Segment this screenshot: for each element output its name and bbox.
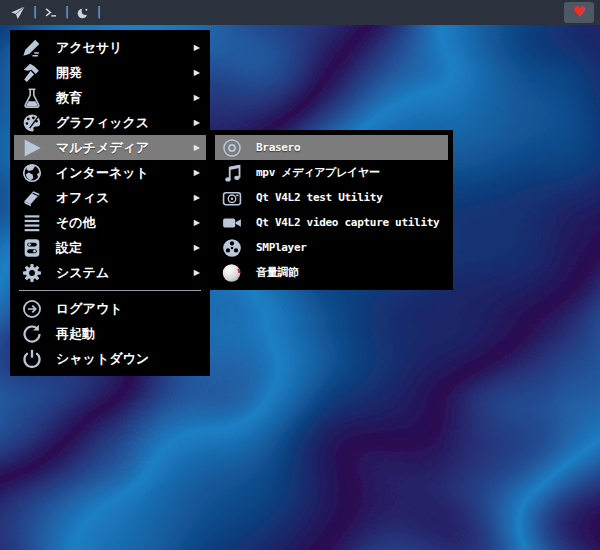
submenu-item-qt-v4l2-capture[interactable]: Qt V4L2 video capture utility (215, 210, 448, 235)
menu-item-label: インターネット (56, 164, 149, 182)
desktop: | | | ♥ アクセサリ▶開発▶教育▶グラフィックス▶マルチメディア▶インター… (0, 0, 600, 550)
menu-item-label: オフィス (56, 189, 109, 207)
menu-item-label: SMPlayer (256, 241, 307, 254)
submenu-arrow-icon: ▶ (194, 69, 200, 77)
submenu-arrow-icon: ▶ (194, 269, 200, 277)
camera-icon (221, 187, 243, 209)
video-camera-icon (221, 212, 243, 234)
submenu-item-volume[interactable]: 音量調節 (215, 260, 448, 285)
power-icon (21, 348, 43, 370)
menu-item-office[interactable]: オフィス▶ (14, 185, 206, 210)
book-icon (21, 187, 43, 209)
menu-item-label: Brasero (256, 141, 300, 154)
menu-item-graphics[interactable]: グラフィックス▶ (14, 110, 206, 135)
menu-item-label: 設定 (56, 239, 82, 257)
gear-icon (21, 262, 43, 284)
menu-item-other[interactable]: その他▶ (14, 210, 206, 235)
restart-icon (21, 323, 43, 345)
menu-item-label: システム (56, 264, 109, 282)
menu-item-label: 教育 (56, 89, 82, 107)
menu-item-label: mpv メディアプレイヤー (256, 165, 380, 180)
palette-icon (21, 112, 43, 134)
menu-item-label: 再起動 (56, 325, 95, 343)
menu-item-label: ログアウト (56, 300, 123, 318)
separator: | (33, 6, 37, 18)
moon-icon[interactable] (76, 6, 90, 20)
menu-item-shutdown[interactable]: シャットダウン (14, 346, 206, 371)
tray-heart-button[interactable]: ♥ (564, 2, 594, 23)
submenu-arrow-icon: ▶ (194, 244, 200, 252)
menu-item-reboot[interactable]: 再起動 (14, 321, 206, 346)
menu-item-label: Qt V4L2 test Utility (256, 191, 382, 204)
menu-item-multimedia[interactable]: マルチメディア▶ (14, 135, 206, 160)
menu-item-label: Qt V4L2 video capture utility (256, 216, 439, 229)
top-bar-launchers: | | | (4, 5, 101, 21)
logout-icon (21, 298, 43, 320)
pencil-icon (21, 37, 43, 59)
menu-item-label: その他 (56, 214, 96, 232)
menu-item-label: シャットダウン (56, 350, 149, 368)
music-note-icon (221, 162, 243, 184)
menu-item-development[interactable]: 開発▶ (14, 60, 206, 85)
menu-item-label: 開発 (56, 64, 82, 82)
submenu-arrow-icon: ▶ (194, 169, 200, 177)
paper-plane-icon[interactable] (10, 5, 26, 21)
menu-item-education[interactable]: 教育▶ (14, 85, 206, 110)
menu-item-label: マルチメディア (56, 139, 149, 157)
submenu-item-mpv[interactable]: mpv メディアプレイヤー (215, 160, 448, 185)
submenu-arrow-icon: ▶ (194, 144, 200, 152)
terminal-icon[interactable] (44, 6, 58, 20)
menu-item-internet[interactable]: インターネット▶ (14, 160, 206, 185)
list-icon (21, 212, 43, 234)
submenu-item-brasero[interactable]: Brasero (215, 135, 448, 160)
volume-knob-icon (221, 262, 243, 284)
toggles-icon (21, 237, 43, 259)
film-reel-icon (221, 237, 243, 259)
globe-icon (21, 162, 43, 184)
submenu-items: Braserompv メディアプレイヤーQt V4L2 test Utility… (210, 135, 453, 285)
menu-item-system[interactable]: システム▶ (14, 260, 206, 285)
top-bar: | | | ♥ (0, 0, 600, 25)
menu-item-settings[interactable]: 設定▶ (14, 235, 206, 260)
play-icon (21, 137, 43, 159)
submenu-item-smplayer[interactable]: SMPlayer (215, 235, 448, 260)
submenu-item-qt-v4l2-test[interactable]: Qt V4L2 test Utility (215, 185, 448, 210)
menu-item-logout[interactable]: ログアウト (14, 296, 206, 321)
menu-item-label: 音量調節 (256, 265, 299, 280)
menu-categories: アクセサリ▶開発▶教育▶グラフィックス▶マルチメディア▶インターネット▶オフィス… (10, 35, 210, 285)
separator: | (65, 6, 69, 18)
submenu-arrow-icon: ▶ (194, 194, 200, 202)
menu-item-accessories[interactable]: アクセサリ▶ (14, 35, 206, 60)
hammer-icon (21, 62, 43, 84)
disc-icon (221, 137, 243, 159)
heart-icon: ♥ (572, 5, 585, 20)
menu-item-label: グラフィックス (56, 114, 149, 132)
system-tray: ♥ (564, 2, 596, 23)
menu-item-label: アクセサリ (56, 39, 123, 57)
multimedia-submenu: Braserompv メディアプレイヤーQt V4L2 test Utility… (210, 130, 453, 290)
submenu-arrow-icon: ▶ (194, 94, 200, 102)
submenu-arrow-icon: ▶ (194, 119, 200, 127)
flask-icon (21, 87, 43, 109)
separator: | (97, 6, 101, 18)
applications-menu: アクセサリ▶開発▶教育▶グラフィックス▶マルチメディア▶インターネット▶オフィス… (10, 30, 210, 376)
submenu-arrow-icon: ▶ (194, 44, 200, 52)
submenu-arrow-icon: ▶ (194, 219, 200, 227)
menu-actions: ログアウト再起動シャットダウン (10, 296, 210, 371)
menu-separator (19, 290, 201, 291)
